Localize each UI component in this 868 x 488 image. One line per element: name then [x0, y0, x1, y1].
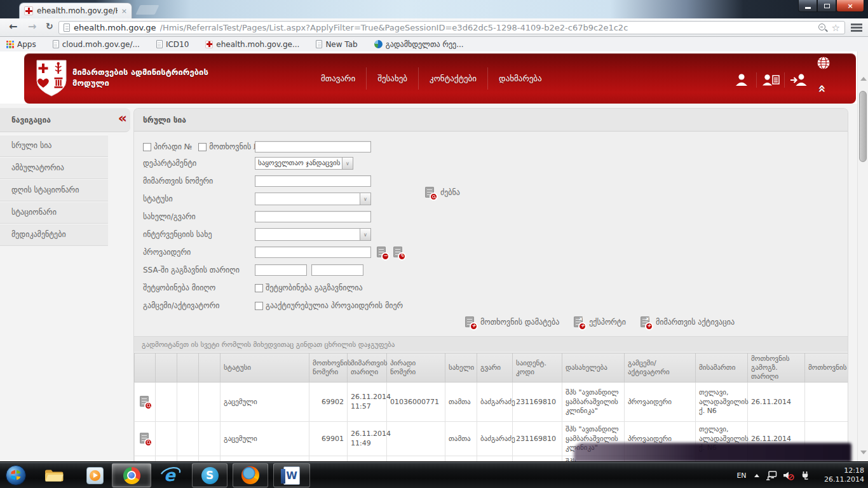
- browser-toolbar: ← → ↻ ehealth.moh.gov.ge /Hmis/Referrals…: [0, 18, 868, 37]
- scroll-up-icon[interactable]: [860, 77, 867, 81]
- scroll-down-icon[interactable]: [860, 451, 867, 454]
- new-tab-button[interactable]: [136, 5, 159, 15]
- col-address[interactable]: მისამართი: [696, 353, 748, 383]
- chevron-down-icon[interactable]: ∨: [342, 158, 353, 169]
- browser-menu-icon[interactable]: [851, 24, 862, 32]
- window-maximize-button[interactable]: [817, 0, 836, 12]
- tray-power-icon[interactable]: [797, 462, 813, 488]
- sidebar-item-medications[interactable]: მედიკამენტები: [0, 224, 108, 246]
- provider-input[interactable]: [255, 247, 371, 258]
- bookmark-cloud[interactable]: cloud.moh.gov.ge/...: [53, 40, 140, 49]
- page-scrollbar[interactable]: [857, 51, 868, 461]
- referral-activation-button[interactable]: + მიმართვის აქტივაცია: [640, 316, 735, 329]
- view-referral-icon[interactable]: [139, 432, 151, 445]
- sidebar-collapse-icon[interactable]: «: [118, 110, 125, 126]
- sidebar-item-full-list[interactable]: სრული სია: [0, 135, 108, 157]
- language-globe-icon[interactable]: [817, 56, 831, 70]
- url-host: ehealth.moh.gov.ge: [74, 23, 156, 32]
- department-select[interactable]: საყოველთაო ჯანდაცვის მა ∨: [255, 157, 353, 170]
- window-titlebar: ehealth.moh.gov.ge/Hmis × ×: [0, 0, 868, 18]
- internet-explorer-icon: e: [159, 466, 181, 485]
- back-button[interactable]: ←: [9, 20, 17, 32]
- address-bar[interactable]: ehealth.moh.gov.ge /Hmis/ReferralsTest/P…: [58, 21, 845, 34]
- bookmark-star-icon[interactable]: ☆: [832, 22, 840, 34]
- nav-item-help[interactable]: დახმარება: [487, 67, 553, 90]
- col-issuer[interactable]: გამცემი/აქტივატორი: [625, 353, 696, 383]
- col-ident-code[interactable]: საიდენტ. კოდი: [513, 353, 562, 383]
- forward-button[interactable]: →: [28, 20, 36, 32]
- reload-button[interactable]: ↻: [46, 21, 53, 31]
- request-no-checkbox[interactable]: [198, 143, 207, 151]
- personal-no-checkbox[interactable]: [143, 143, 151, 151]
- provider-edit-button[interactable]: ✎: [393, 246, 404, 259]
- nav-item-about[interactable]: შესახებ: [366, 67, 418, 90]
- page-icon: [156, 40, 163, 48]
- referral-no-input[interactable]: [255, 175, 371, 187]
- col-request-date[interactable]: მოთხოვნის თ: [805, 353, 848, 383]
- col-personal-no[interactable]: პირადი ნომერი: [387, 353, 445, 383]
- col-sent-date[interactable]: მოთხოვნის გამოგზ. თარიღი: [748, 353, 805, 383]
- bookmark-label: cloud.moh.gov.ge/...: [62, 40, 140, 49]
- nav-item-home[interactable]: მთავარი: [310, 67, 366, 90]
- sidebar-item-ambulatory[interactable]: ამბულატორია: [0, 157, 108, 179]
- status-select[interactable]: ∨: [255, 193, 371, 205]
- taskbar-word-button[interactable]: W: [273, 463, 310, 487]
- sidebar-item-day-hospital[interactable]: დღის სტაციონარი: [0, 179, 108, 201]
- window-close-button[interactable]: ×: [836, 0, 864, 12]
- site-header: მიმართვების ადმინისტრირების მოდული მთავა…: [24, 53, 856, 104]
- notification-sent-checkbox[interactable]: [255, 284, 263, 292]
- logout-icon[interactable]: [784, 72, 812, 88]
- name-input[interactable]: [255, 211, 371, 222]
- browser-tab[interactable]: ehealth.moh.gov.ge/Hmis ×: [19, 3, 132, 18]
- view-referral-icon[interactable]: [139, 395, 151, 408]
- table-row[interactable]: გაცემული 69902 26.11.2014 11:57 01036000…: [135, 383, 848, 422]
- ssa-date-to-input[interactable]: [311, 264, 363, 276]
- window-minimize-button[interactable]: [798, 0, 817, 12]
- chevron-down-icon[interactable]: ∨: [360, 193, 370, 205]
- intervention-select[interactable]: ∨: [255, 228, 371, 241]
- activated-by-provider-checkbox[interactable]: [255, 302, 263, 310]
- scrollbar-thumb[interactable]: [859, 91, 867, 162]
- number-search-input[interactable]: [255, 141, 371, 152]
- action-buttons: + მოთხოვნის დამატება + ექსპორტი + მიმართ…: [465, 316, 735, 329]
- col-first-name[interactable]: სახელი: [445, 353, 477, 383]
- add-request-button[interactable]: + მოთხოვნის დამატება: [465, 316, 559, 329]
- chevron-down-icon[interactable]: ∨: [360, 229, 370, 240]
- taskbar-skype-button[interactable]: S: [192, 463, 227, 487]
- taskbar-explorer-button[interactable]: [43, 462, 65, 488]
- col-status[interactable]: სტატუსი: [220, 353, 309, 383]
- language-indicator[interactable]: EN: [732, 462, 751, 488]
- search-button[interactable]: ძებნა: [424, 186, 460, 199]
- col-org-name[interactable]: დასახელება: [562, 353, 625, 383]
- bookmark-taxpayers[interactable]: გადამხდელთა რეე...: [374, 40, 464, 49]
- taskbar-chrome-button[interactable]: [112, 463, 151, 487]
- taskbar-ie-button[interactable]: e: [158, 462, 183, 488]
- col-referral-date[interactable]: მიმართვის თარიღი: [348, 353, 387, 383]
- bookmark-icd10[interactable]: ICD10: [156, 40, 189, 49]
- ssa-date-from-input[interactable]: [255, 264, 307, 276]
- bookmark-ehealth[interactable]: ehealth.moh.gov.ge...: [205, 40, 299, 49]
- nav-item-contacts[interactable]: კონტაქტები: [418, 67, 487, 90]
- start-button[interactable]: [5, 464, 27, 486]
- collapse-header-icon[interactable]: «: [815, 85, 830, 92]
- cell: [477, 456, 513, 461]
- tray-network-icon[interactable]: [764, 462, 779, 488]
- tab-close-icon[interactable]: ×: [121, 7, 127, 15]
- status-label: სტატუსი: [143, 194, 255, 203]
- taskbar-clock[interactable]: 12:18 26.11.2014: [815, 466, 864, 484]
- sidebar-item-hospital[interactable]: სტაციონარი: [0, 201, 108, 224]
- bookmark-newtab[interactable]: New Tab: [316, 40, 357, 49]
- tray-volume-muted-icon[interactable]: [781, 462, 796, 488]
- provider-clear-button[interactable]: −: [376, 246, 388, 259]
- cell-personal-no: 01036000771: [387, 383, 445, 422]
- bookmark-apps[interactable]: Apps: [6, 40, 36, 49]
- col-request-no[interactable]: მოთხოვნის ნომერი: [309, 353, 348, 383]
- user-profile-icon[interactable]: [728, 72, 756, 88]
- tray-expand-button[interactable]: [752, 462, 762, 488]
- taskbar-firefox-button[interactable]: [233, 463, 268, 487]
- taskbar-media-player-button[interactable]: [84, 462, 105, 488]
- zoom-indicator-icon[interactable]: [818, 23, 828, 33]
- col-last-name[interactable]: გვარი: [477, 353, 513, 383]
- export-button[interactable]: + ექსპორტი: [573, 316, 626, 329]
- user-card-icon[interactable]: [756, 72, 784, 88]
